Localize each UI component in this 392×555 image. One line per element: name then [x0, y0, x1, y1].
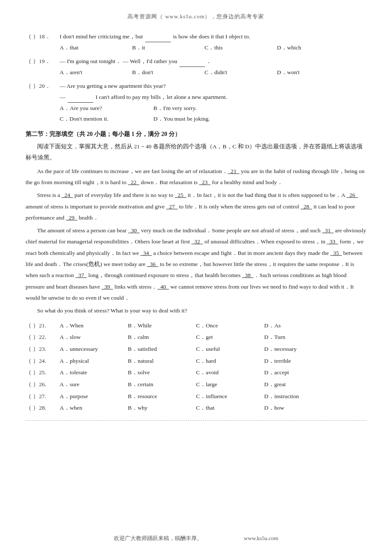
- questions-part2: （ ）21. A．When B．While C．Once D．As （ ）22.…: [26, 320, 366, 413]
- q23-opt-d: D．necessary: [264, 344, 332, 355]
- passage-p1: As the pace of life continues to increas…: [26, 166, 366, 188]
- q19-opt-a: A．aren't: [60, 67, 132, 78]
- q22-opt-b: B．calm: [128, 332, 196, 343]
- q24-num: （ ）24.: [26, 356, 60, 367]
- q20-opt-a: A．Are you sure?: [60, 103, 153, 114]
- q19-num: （ ）19．: [26, 56, 60, 67]
- question-28: （ ）28. A．when B．why C．that D．how: [26, 402, 366, 413]
- q28-opt-d: D．how: [264, 402, 332, 413]
- q18-opt-b: B．it: [132, 42, 205, 53]
- q24-opt-d: D．terrible: [264, 356, 332, 367]
- passage-p3: The amount of stress a person can bear 3…: [26, 225, 366, 304]
- q25-opt-b: B．solve: [128, 367, 196, 378]
- q18-options: A．that B．it C．this D．which: [26, 42, 366, 53]
- q24-opt-b: B．natural: [128, 356, 196, 367]
- q20-opt-b: B．I'm very sorry.: [153, 103, 247, 114]
- q27-opt-d: D．instruction: [264, 391, 332, 402]
- passage: As the pace of life continues to increas…: [26, 166, 366, 317]
- q26-opt-d: D．great: [264, 379, 332, 390]
- question-21: （ ）21. A．When B．While C．Once D．As: [26, 320, 366, 331]
- q19-options: A．aren't B．don't C．didn't D．won't: [26, 67, 366, 78]
- question-20: （ ）20． — Are you getting a new apartment…: [26, 81, 366, 125]
- question-25: （ ）25. A．tolerate B．solve C．avoid D．acce…: [26, 367, 366, 378]
- q26-opt-a: A．sure: [60, 379, 128, 390]
- q27-opt-a: A．purpose: [60, 391, 128, 402]
- q21-num: （ ）21.: [26, 320, 60, 331]
- question-18: （ ）18． I don't mind her criticizing me，b…: [26, 31, 366, 53]
- header-text: 高考资源网（ www.ks5u.com），您身边的高考专家: [127, 13, 264, 20]
- q27-opt-b: B．resource: [128, 391, 196, 402]
- question-27: （ ）27. A．purpose B．resource C．influence …: [26, 391, 366, 402]
- q22-opt-d: D．Turn: [264, 332, 332, 343]
- q25-opt-d: D．accept: [264, 367, 332, 378]
- question-24: （ ）24. A．physical B．natural C．hard D．ter…: [26, 356, 366, 367]
- q21-opt-b: B．While: [128, 320, 196, 331]
- q22-opt-c: C．get: [196, 332, 264, 343]
- q19-opt-b: B．don't: [132, 67, 205, 78]
- q18-num: （ ）18．: [26, 31, 60, 42]
- page: 高考资源网（ www.ks5u.com），您身边的高考专家 （ ）18． I d…: [0, 0, 392, 555]
- page-header: 高考资源网（ www.ks5u.com），您身边的高考专家: [26, 13, 366, 20]
- q27-opt-c: C．influence: [196, 391, 264, 402]
- q26-opt-b: B．certain: [128, 379, 196, 390]
- section2-title: 第二节：完形填空（共 20 小题；每小题 1 分，满分 20 分）: [26, 129, 366, 139]
- q26-num: （ ）26.: [26, 379, 60, 390]
- q18-opt-a: A．that: [60, 42, 132, 53]
- q18-opt-d: D．which: [277, 42, 349, 53]
- q27-num: （ ）27.: [26, 391, 60, 402]
- q23-opt-b: B．satisfied: [128, 344, 196, 355]
- q20-options-row2: C．Don't mention it. D．You must be joking…: [26, 113, 366, 124]
- section2-intro: 阅读下面短文，掌握其大意，然后从 21－40 各题所给的四个选项（A，B，C 和…: [26, 141, 366, 163]
- dashed-separator: [26, 420, 366, 421]
- q18-opt-c: C．this: [205, 42, 277, 53]
- footer-right: www.ks5u.com: [244, 535, 278, 541]
- question-22: （ ）22. A．slow B．calm C．get D．Turn: [26, 332, 366, 343]
- q26-opt-c: C．large: [196, 379, 264, 390]
- q24-opt-c: C．hard: [196, 356, 264, 367]
- q21-opt-c: C．Once: [196, 320, 264, 331]
- question-26: （ ）26. A．sure B．certain C．large D．great: [26, 379, 366, 390]
- section2-intro-text: 阅读下面短文，掌握其大意，然后从 21－40 各题所给的四个选项（A，B，C 和…: [26, 143, 363, 161]
- question-19: （ ）19． — I'm going out tonight． — Well，I…: [26, 55, 366, 78]
- footer-left: 欢迎广大教师踊跃来稿，稿酬丰厚。: [114, 535, 202, 541]
- q23-num: （ ）23.: [26, 344, 60, 355]
- q20-opt-c: C．Don't mention it.: [60, 113, 153, 124]
- q21-opt-d: D．As: [264, 320, 332, 331]
- q19-opt-d: D．won't: [277, 67, 349, 78]
- question-23: （ ）23. A．unnecessary B．satisfied C．usefu…: [26, 344, 366, 355]
- q20-dialog: — I can't afford to pay my bills，let alo…: [60, 91, 366, 103]
- q18-text: I don't mind her criticizing me，but is h…: [60, 31, 366, 42]
- q20-options: A．Are you sure? B．I'm very sorry.: [26, 103, 366, 114]
- q21-opt-a: A．When: [60, 320, 128, 331]
- q19-text: — I'm going out tonight． — Well，I'd rath…: [60, 55, 366, 67]
- q18-blank: [145, 31, 171, 42]
- page-footer: 欢迎广大教师踊跃来稿，稿酬丰厚。 www.ks5u.com: [0, 535, 392, 542]
- q20-num: （ ）20．: [26, 81, 60, 92]
- q20-opt-d: D．You must be joking.: [153, 113, 247, 124]
- q28-num: （ ）28.: [26, 402, 60, 413]
- passage-p4: So what do you think of stress? What is …: [26, 305, 366, 316]
- q28-opt-b: B．why: [128, 402, 196, 413]
- q22-num: （ ）22.: [26, 332, 60, 343]
- q23-opt-a: A．unnecessary: [60, 344, 128, 355]
- section2-title-text: 第二节：完形填空（共 20 小题；每小题 1 分，满分 20 分）: [26, 131, 181, 137]
- q19-opt-c: C．didn't: [205, 67, 277, 78]
- q23-opt-c: C．useful: [196, 344, 264, 355]
- q28-opt-a: A．when: [60, 402, 128, 413]
- q28-opt-c: C．that: [196, 402, 264, 413]
- q25-opt-c: C．avoid: [196, 367, 264, 378]
- q25-opt-a: A．tolerate: [60, 367, 128, 378]
- q19-blank: [179, 55, 205, 67]
- q20-blank: [68, 91, 93, 103]
- q24-opt-a: A．physical: [60, 356, 128, 367]
- passage-p2: Stress is a 24 part of everyday life and…: [26, 190, 366, 223]
- q20-text: — Are you getting a new apartment this y…: [60, 81, 366, 92]
- q22-opt-a: A．slow: [60, 332, 128, 343]
- q25-num: （ ）25.: [26, 367, 60, 378]
